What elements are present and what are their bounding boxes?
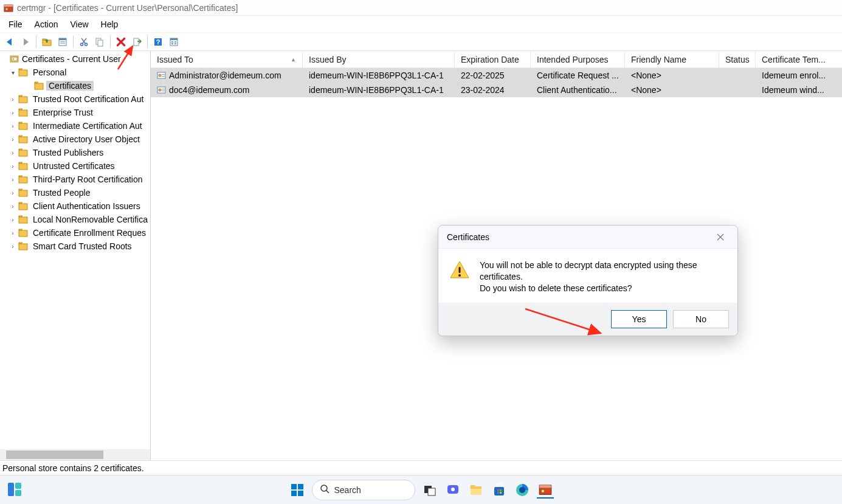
cut-button[interactable] <box>77 35 91 49</box>
chevron-right-icon[interactable]: › <box>9 136 17 143</box>
cell-issued-by: idemeum-WIN-IE8B6PPQ3L1-CA-1 <box>303 71 455 80</box>
copy-button[interactable] <box>92 35 107 49</box>
yes-button[interactable]: Yes <box>611 310 667 328</box>
chevron-right-icon[interactable]: › <box>9 123 17 129</box>
folder-icon <box>18 202 28 210</box>
svg-rect-33 <box>19 177 27 183</box>
tree-item-label: Trusted Root Certification Aut <box>30 94 146 104</box>
chevron-right-icon[interactable]: › <box>9 109 17 116</box>
svg-rect-65 <box>497 492 499 494</box>
tree-item-label: Trusted Publishers <box>30 148 106 157</box>
tree-content[interactable]: Certificates - Current User ▾ Personal C… <box>0 51 150 449</box>
store-button[interactable] <box>491 482 508 499</box>
tree-hscrollbar[interactable] <box>0 449 150 460</box>
svg-rect-70 <box>539 485 551 488</box>
chevron-right-icon[interactable]: › <box>9 176 17 183</box>
taskbar-search[interactable]: Search <box>312 480 415 500</box>
tree-item[interactable]: ›Client Authentication Issuers <box>0 199 150 213</box>
svg-rect-51 <box>298 484 303 489</box>
cert-row[interactable]: Administrator@idemeum.com idemeum-WIN-IE… <box>151 68 842 83</box>
cell-friendly: <None> <box>625 71 719 80</box>
tree-item[interactable]: ›Local NonRemovable Certifica <box>0 213 150 226</box>
col-friendly[interactable]: Friendly Name <box>625 51 719 67</box>
file-explorer-button[interactable] <box>468 482 485 499</box>
tree-item[interactable]: ›Smart Card Trusted Roots <box>0 240 150 253</box>
col-issued-to[interactable]: Issued To▲ <box>151 51 303 67</box>
svg-point-44 <box>159 89 161 91</box>
sort-asc-icon: ▲ <box>291 57 296 63</box>
tree-item[interactable]: ›Untrusted Certificates <box>0 159 150 173</box>
scrollbar-thumb[interactable] <box>6 450 103 459</box>
svg-rect-18 <box>174 41 176 43</box>
manage-button[interactable] <box>167 35 181 49</box>
help-button[interactable]: ? <box>151 35 165 49</box>
chevron-right-icon[interactable]: › <box>9 96 17 103</box>
dialog-titlebar[interactable]: Certificates <box>438 226 737 249</box>
menu-view[interactable]: View <box>64 17 94 32</box>
col-purposes[interactable]: Intended Purposes <box>531 51 625 67</box>
task-view-button[interactable] <box>421 482 438 499</box>
folder-icon <box>18 229 28 237</box>
chevron-right-icon[interactable]: › <box>9 190 17 196</box>
title-bar: certmgr - [Certificates - Current User\P… <box>0 0 842 16</box>
tree-item[interactable]: ›Trusted Publishers <box>0 146 150 159</box>
chevron-right-icon[interactable]: › <box>9 230 17 236</box>
svg-rect-27 <box>19 97 27 103</box>
folder-icon <box>18 215 28 224</box>
delete-button[interactable] <box>114 35 128 49</box>
col-label: Issued To <box>157 55 193 64</box>
svg-rect-45 <box>162 89 165 89</box>
cell-issued-by: idemeum-WIN-IE8B6PPQ3L1-CA-1 <box>303 85 455 95</box>
tree-item[interactable]: ›Intermediate Certification Aut <box>0 119 150 133</box>
tree-item[interactable]: ›Active Directory User Object <box>0 133 150 146</box>
svg-rect-31 <box>19 150 27 156</box>
tree-item[interactable]: ›Trusted Root Certification Aut <box>0 92 150 106</box>
dialog-close-button[interactable] <box>708 229 733 246</box>
dialog-message: You will not be able to decrypt data enc… <box>480 260 726 294</box>
export-button[interactable] <box>129 35 144 49</box>
no-button[interactable]: No <box>673 310 729 328</box>
chevron-down-icon[interactable]: ▾ <box>9 69 17 76</box>
tree-item[interactable]: ›Third-Party Root Certification <box>0 173 150 186</box>
show-properties-button[interactable] <box>55 35 70 49</box>
chevron-right-icon[interactable]: › <box>9 243 17 250</box>
back-button[interactable] <box>2 35 17 49</box>
chevron-right-icon[interactable]: › <box>9 150 17 156</box>
svg-rect-66 <box>500 492 502 494</box>
menu-file[interactable]: File <box>2 17 29 32</box>
chevron-right-icon[interactable]: › <box>9 163 17 170</box>
svg-rect-19 <box>171 43 173 44</box>
chevron-right-icon[interactable]: › <box>9 203 17 210</box>
svg-rect-32 <box>19 164 27 170</box>
widgets-button[interactable] <box>4 478 26 500</box>
tree-item[interactable]: ›Enterprise Trust <box>0 106 150 119</box>
tree-root[interactable]: Certificates - Current User <box>0 52 150 66</box>
cell-purposes: Client Authenticatio... <box>531 85 625 95</box>
cert-row[interactable]: doc4@idemeum.com idemeum-WIN-IE8B6PPQ3L1… <box>151 83 842 97</box>
col-status[interactable]: Status <box>719 51 756 67</box>
edge-button[interactable] <box>514 482 531 499</box>
dialog-footer: Yes No <box>438 303 737 336</box>
menu-help[interactable]: Help <box>95 17 125 32</box>
certmgr-taskbar-button[interactable] <box>537 482 554 499</box>
tree-item[interactable]: ›Certificate Enrollment Reques <box>0 226 150 240</box>
menu-action[interactable]: Action <box>29 17 64 32</box>
col-template[interactable]: Certificate Tem... <box>756 51 842 67</box>
svg-rect-72 <box>459 267 461 273</box>
toolbar-separator <box>36 36 36 48</box>
svg-rect-63 <box>497 489 499 491</box>
col-expiration[interactable]: Expiration Date <box>455 51 531 67</box>
chevron-right-icon[interactable]: › <box>9 216 17 223</box>
start-button[interactable] <box>289 482 306 499</box>
toolbar: ? <box>0 33 842 51</box>
svg-rect-7 <box>60 43 65 43</box>
tree-item[interactable]: ›Trusted People <box>0 186 150 199</box>
tree-item-certificates[interactable]: Certificates <box>0 79 150 92</box>
col-issued-by[interactable]: Issued By <box>303 51 455 67</box>
forward-button[interactable] <box>18 35 33 49</box>
tree-item-personal[interactable]: ▾ Personal <box>0 66 150 79</box>
chat-button[interactable] <box>444 482 461 499</box>
svg-rect-6 <box>60 41 65 42</box>
dialog-line2: Do you wish to delete these certificates… <box>480 283 726 294</box>
up-folder-button[interactable] <box>40 35 54 49</box>
